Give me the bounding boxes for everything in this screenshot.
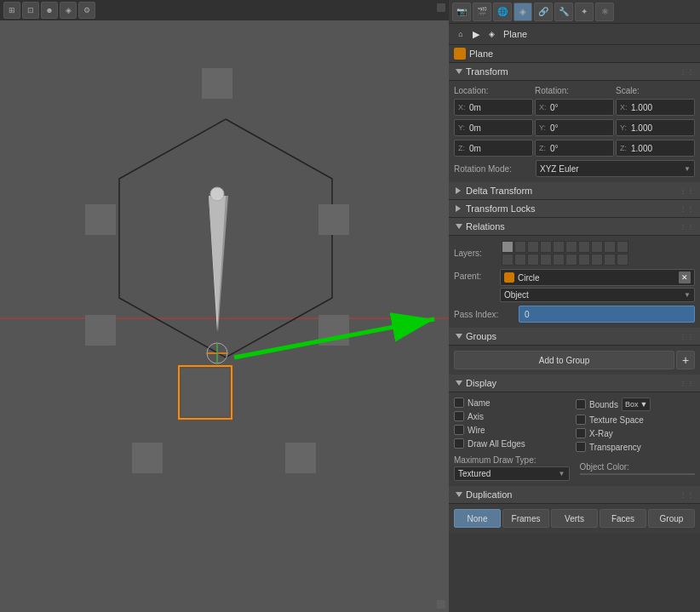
svg-marker-2 bbox=[209, 196, 228, 332]
dup-verts-btn[interactable]: Verts bbox=[551, 509, 598, 528]
layer-btn-5[interactable] bbox=[553, 241, 565, 253]
location-x-field[interactable]: X: 0m bbox=[454, 99, 533, 116]
add-group-plus-button[interactable]: + bbox=[676, 351, 695, 369]
max-draw-type-value: Textured bbox=[458, 469, 491, 478]
viewport-resize-corner[interactable] bbox=[437, 3, 445, 12]
bounds-row: Bounds Box ▼ bbox=[576, 398, 695, 411]
rot-y-value: 0° bbox=[550, 123, 559, 133]
display-label: Display bbox=[466, 378, 496, 388]
name-checkbox[interactable] bbox=[454, 398, 464, 408]
loc-z-label: Z: bbox=[458, 144, 467, 152]
layer-btn-12[interactable] bbox=[514, 254, 526, 266]
draw-all-edges-checkbox-row: Draw All Edges bbox=[454, 438, 573, 449]
layer-btn-1[interactable] bbox=[502, 241, 514, 253]
transparency-label: Transparency bbox=[589, 443, 641, 452]
layer-btn-18[interactable] bbox=[591, 254, 603, 266]
scale-y-field[interactable]: Y: 1.000 bbox=[616, 119, 695, 136]
toolbar-icon-world[interactable]: 🌐 bbox=[493, 3, 512, 21]
rotation-z-field[interactable]: Z: 0° bbox=[535, 140, 614, 157]
layer-btn-8[interactable] bbox=[591, 241, 603, 253]
delta-transform-section-header[interactable]: Delta Transform ⋮⋮ bbox=[449, 182, 700, 200]
draw-all-edges-checkbox[interactable] bbox=[454, 438, 464, 449]
scale-z-field[interactable]: Z: 1.000 bbox=[616, 140, 695, 157]
wire-checkbox-row: Wire bbox=[454, 425, 573, 435]
toolbar-icon-render[interactable]: 📷 bbox=[452, 3, 471, 21]
groups-section-header[interactable]: Groups ⋮⋮ bbox=[449, 328, 700, 346]
rot-x-value: 0° bbox=[550, 103, 559, 112]
duplication-section-header[interactable]: Duplication ⋮⋮ bbox=[449, 486, 700, 504]
dup-none-btn[interactable]: None bbox=[454, 509, 501, 528]
layer-btn-9[interactable] bbox=[604, 241, 616, 253]
cube-icon: ◈ bbox=[485, 27, 498, 41]
layer-btn-3[interactable] bbox=[527, 241, 539, 253]
texture-space-checkbox[interactable] bbox=[576, 415, 586, 425]
axis-checkbox[interactable] bbox=[454, 411, 464, 421]
layer-btn-15[interactable] bbox=[553, 254, 565, 266]
transform-locks-section-header[interactable]: Transform Locks ⋮⋮ bbox=[449, 200, 700, 218]
toolbar-icon-physics[interactable]: ⚛ bbox=[595, 3, 614, 21]
transform-section-header[interactable]: Transform ⋮⋮ bbox=[449, 63, 700, 81]
dup-faces-btn[interactable]: Faces bbox=[600, 509, 646, 528]
toolbar-icon-scene[interactable]: 🎬 bbox=[473, 3, 491, 21]
layer-btn-20[interactable] bbox=[617, 254, 628, 266]
rotation-y-field[interactable]: Y: 0° bbox=[535, 119, 614, 136]
object-color-swatch[interactable] bbox=[580, 473, 696, 475]
rotation-mode-dropdown[interactable]: XYZ Euler ▼ bbox=[536, 160, 695, 177]
transform-content: Location: Rotation: Scale: X: 0m X: 0° X… bbox=[449, 81, 700, 182]
layer-btn-16[interactable] bbox=[565, 254, 577, 266]
dup-group-btn[interactable]: Group bbox=[648, 509, 695, 528]
x-ray-checkbox[interactable] bbox=[576, 428, 586, 438]
transparency-checkbox[interactable] bbox=[576, 442, 586, 452]
breadcrumb-bar: ⌂ ▶ ◈ Plane bbox=[449, 24, 700, 45]
texture-space-checkbox-row: Texture Space bbox=[576, 415, 695, 425]
layer-btn-6[interactable] bbox=[565, 241, 577, 253]
parent-type-value: Object bbox=[504, 290, 529, 300]
scale-z-value: 1.000 bbox=[631, 144, 652, 153]
add-to-group-button[interactable]: Add to Group bbox=[454, 351, 674, 369]
max-draw-type-dropdown[interactable]: Textured ▼ bbox=[454, 466, 570, 481]
duplication-collapse-icon bbox=[456, 492, 462, 497]
breadcrumb-object-name: Plane bbox=[503, 29, 527, 39]
dup-frames-btn[interactable]: Frames bbox=[502, 509, 549, 528]
transform-locks-label: Transform Locks bbox=[466, 203, 536, 214]
transparency-checkbox-row: Transparency bbox=[576, 442, 695, 452]
display-content: Name Axis Wire Draw All Edges bbox=[449, 392, 700, 486]
layer-btn-7[interactable] bbox=[578, 241, 590, 253]
layer-btn-10[interactable] bbox=[617, 241, 628, 253]
scene-svg bbox=[0, 0, 449, 612]
layer-btn-4[interactable] bbox=[540, 241, 552, 253]
toolbar-icon-constraints[interactable]: 🔗 bbox=[534, 3, 553, 21]
rotation-x-field[interactable]: X: 0° bbox=[535, 99, 614, 116]
bounds-type-dropdown[interactable]: Box ▼ bbox=[622, 398, 651, 411]
viewport-3d[interactable]: ⊞ ⊡ ☻ ◈ ⚙ bbox=[0, 0, 449, 612]
pass-index-field[interactable]: 0 bbox=[519, 306, 695, 323]
display-section-header[interactable]: Display ⋮⋮ bbox=[449, 375, 700, 392]
layer-btn-19[interactable] bbox=[604, 254, 616, 266]
parent-type-dropdown[interactable]: Object ▼ bbox=[500, 288, 695, 302]
location-z-field[interactable]: Z: 0m bbox=[454, 140, 533, 157]
bounds-checkbox[interactable] bbox=[576, 399, 586, 409]
name-label: Name bbox=[468, 398, 491, 408]
wire-checkbox[interactable] bbox=[454, 425, 464, 435]
loc-y-label: Y: bbox=[458, 123, 467, 132]
draw-all-edges-label: Draw All Edges bbox=[468, 439, 525, 449]
add-to-group-label: Add to Group bbox=[539, 356, 589, 365]
layer-btn-14[interactable] bbox=[540, 254, 552, 266]
scale-x-value: 1.000 bbox=[631, 103, 652, 112]
layer-btn-17[interactable] bbox=[578, 254, 590, 266]
toolbar-icon-modifiers[interactable]: 🔧 bbox=[554, 3, 573, 21]
relations-section-header[interactable]: Relations ⋮⋮ bbox=[449, 218, 700, 236]
toolbar-icon-particles[interactable]: ✦ bbox=[575, 3, 594, 21]
layer-btn-13[interactable] bbox=[527, 254, 539, 266]
toolbar-icon-object[interactable]: ◈ bbox=[514, 3, 532, 21]
layer-btn-11[interactable] bbox=[502, 254, 514, 266]
layer-btn-2[interactable] bbox=[514, 241, 526, 253]
scale-x-field[interactable]: X: 1.000 bbox=[616, 99, 695, 116]
parent-clear-btn[interactable]: ✕ bbox=[679, 272, 691, 283]
location-y-field[interactable]: Y: 0m bbox=[454, 119, 533, 136]
scale-x-label: X: bbox=[620, 103, 628, 112]
parent-field[interactable]: Circle ✕ bbox=[500, 269, 695, 286]
delta-transform-dots: ⋮⋮ bbox=[680, 187, 695, 195]
viewport-corner-handle[interactable] bbox=[437, 600, 445, 609]
dup-faces-label: Faces bbox=[611, 514, 634, 523]
